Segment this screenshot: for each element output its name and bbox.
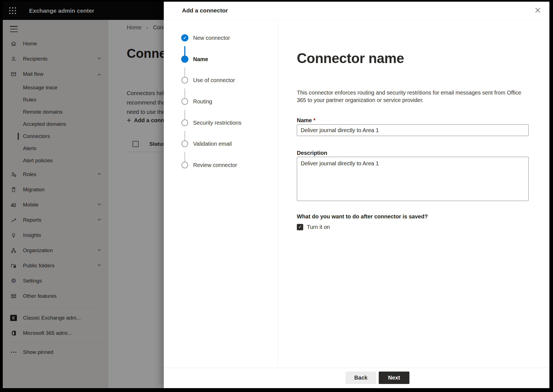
name-field-label: Name*	[297, 117, 315, 124]
step-label: New connector	[193, 35, 230, 41]
close-icon	[535, 7, 541, 14]
connector-name-heading: Connector name	[297, 50, 404, 66]
required-asterisk: *	[313, 117, 315, 123]
dialog-footer: Back Next	[164, 368, 549, 388]
step-pending-icon	[181, 98, 188, 105]
step-pending-icon	[181, 119, 188, 126]
dialog-header: Add a connector	[164, 2, 549, 20]
description-field-label: Description	[297, 150, 327, 156]
step-active-icon	[181, 56, 188, 63]
turn-it-on-checkbox[interactable]: ✓	[297, 224, 303, 230]
dialog-body: ✓ New connector Name Use of connector Ro…	[164, 20, 549, 367]
connector-description-text: This connector enforces routing and secu…	[297, 89, 531, 104]
next-button[interactable]: Next	[379, 372, 409, 384]
step-pending-icon	[181, 77, 188, 83]
step-label: Name	[193, 56, 208, 62]
step-label: Validation email	[193, 141, 232, 147]
wizard-stepper: ✓ New connector Name Use of connector Ro…	[164, 20, 278, 367]
name-input[interactable]	[297, 124, 529, 136]
step-completed-icon: ✓	[181, 34, 188, 41]
step-pending-icon	[181, 162, 188, 168]
close-button[interactable]	[532, 5, 543, 16]
back-button[interactable]: Back	[346, 372, 376, 384]
after-save-question: What do you want to do after connector i…	[297, 213, 428, 220]
dialog-content: Connector name This connector enforces r…	[278, 20, 549, 367]
turn-it-on-label: Turn it on	[307, 224, 330, 230]
check-icon: ✓	[298, 224, 302, 229]
step-label: Review connector	[193, 162, 237, 168]
turn-it-on-checkbox-row[interactable]: ✓ Turn it on	[297, 223, 330, 231]
step-label: Use of connector	[193, 77, 235, 83]
step-label: Security restrictions	[193, 120, 242, 126]
step-label: Routing	[193, 98, 212, 105]
description-textarea[interactable]: Deliver journal directly to Area 1	[297, 157, 529, 201]
step-pending-icon	[181, 140, 188, 147]
dialog-title: Add a connector	[182, 2, 228, 19]
screen: Exchange admin center Home Recipients	[3, 2, 549, 388]
add-connector-dialog: Add a connector ✓ New connector Name	[164, 2, 549, 388]
